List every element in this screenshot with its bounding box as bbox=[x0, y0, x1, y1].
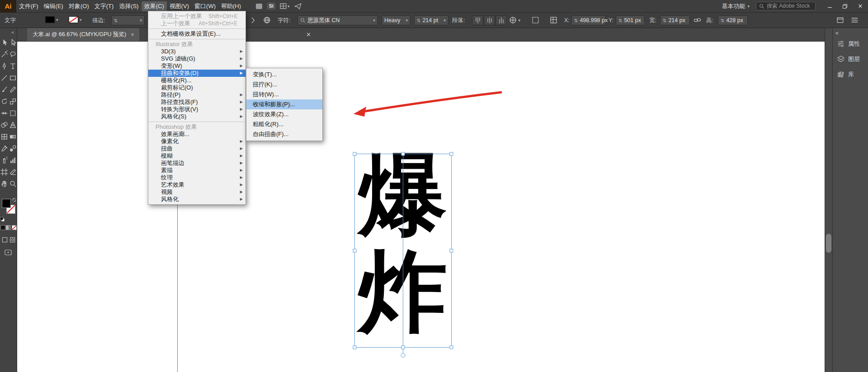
font-family-dropdown[interactable]: 思源黑体 CN ▾ bbox=[297, 15, 378, 25]
magic-wand-tool[interactable] bbox=[0, 48, 9, 60]
lasso-tool[interactable] bbox=[9, 48, 17, 60]
menu-item-distort-and-transform[interactable]: 扭曲和变换(D)▶ bbox=[148, 70, 245, 77]
close-button[interactable]: ✕ bbox=[853, 0, 868, 13]
menu-item-3d[interactable]: 3D(3)▶ bbox=[148, 48, 245, 55]
mesh-tool[interactable] bbox=[0, 131, 9, 142]
artboard-tool[interactable] bbox=[0, 166, 9, 178]
menu-item-stylize-ps[interactable]: 风格化▶ bbox=[148, 196, 245, 203]
stepper-icon[interactable]: ⇅ bbox=[618, 18, 622, 23]
stepper-icon[interactable]: ⇅ bbox=[114, 18, 118, 23]
submenu-item-transform[interactable]: 变换(T)... bbox=[246, 70, 322, 80]
rotate-tool[interactable] bbox=[0, 95, 9, 107]
menubar-item-object[interactable]: 对象(O) bbox=[66, 1, 92, 11]
menu-item-artistic[interactable]: 艺术效果▶ bbox=[148, 181, 245, 188]
menu-item-stylize[interactable]: 风格化(S)▶ bbox=[148, 113, 245, 120]
expand-panels-icon[interactable]: « bbox=[833, 28, 868, 36]
share-icon[interactable] bbox=[294, 2, 302, 10]
menubar-item-view[interactable]: 视图(V) bbox=[167, 1, 192, 11]
stock-search-input[interactable]: 搜索 Adobe Stock bbox=[756, 2, 816, 10]
vertical-scrollbar[interactable] bbox=[825, 28, 832, 372]
height-field[interactable]: ⇅ 428 px bbox=[718, 15, 748, 25]
menu-item-blur[interactable]: 模糊▶ bbox=[148, 152, 245, 160]
submenu-item-free-distort[interactable]: 自由扭曲(F)... bbox=[246, 129, 322, 139]
paintbrush-tool[interactable] bbox=[0, 84, 9, 95]
menubar-item-select[interactable]: 选择(S) bbox=[116, 1, 141, 11]
menu-item-svg-filters[interactable]: SVG 滤镜(G)▶ bbox=[148, 55, 245, 62]
submenu-item-roughen[interactable]: 粗糙化(R)... bbox=[246, 119, 322, 129]
menu-item-video[interactable]: 视频▶ bbox=[148, 188, 245, 196]
more-options-chevron-icon[interactable] bbox=[251, 17, 255, 24]
direct-selection-tool[interactable] bbox=[9, 37, 17, 48]
submenu-item-tweak[interactable]: 扭拧(K)... bbox=[246, 80, 322, 89]
align-center-button[interactable] bbox=[484, 15, 495, 25]
slice-tool[interactable] bbox=[9, 166, 17, 178]
x-position-field[interactable]: ⇅ 498.998 px bbox=[571, 15, 606, 25]
menu-item-distort[interactable]: 扭曲▶ bbox=[148, 145, 245, 152]
align-panel-icon[interactable] bbox=[550, 16, 557, 24]
width-field[interactable]: ⇅ 214 px bbox=[660, 15, 690, 25]
selection-tool[interactable] bbox=[0, 37, 9, 48]
link-dimensions-icon[interactable] bbox=[693, 16, 701, 24]
font-size-field[interactable]: ⇅ 214 pt ▾ bbox=[414, 15, 448, 25]
restore-button[interactable] bbox=[837, 0, 853, 13]
chevron-down-icon[interactable]: ▾ bbox=[373, 18, 375, 23]
draw-normal-icon[interactable] bbox=[2, 237, 8, 243]
submenu-item-twist[interactable]: 扭转(W)... bbox=[246, 89, 322, 99]
menu-item-crop-marks[interactable]: 裁剪标记(O) bbox=[148, 84, 245, 91]
type-path-end-handle[interactable] bbox=[401, 353, 405, 358]
menubar-item-window[interactable]: 窗口(W) bbox=[192, 1, 218, 11]
stepper-icon[interactable]: ⇅ bbox=[663, 18, 666, 23]
menubar-item-file[interactable]: 文件(F) bbox=[16, 1, 41, 11]
scale-tool[interactable] bbox=[9, 95, 17, 107]
menubar-item-help[interactable]: 帮助(H) bbox=[218, 1, 244, 11]
workspace-switcher[interactable]: 基本功能 ▾ bbox=[722, 2, 750, 10]
font-style-dropdown[interactable]: Heavy ▾ bbox=[382, 15, 410, 25]
panel-options-icon[interactable] bbox=[836, 16, 844, 24]
menubar-item-effect[interactable]: 效果(C) bbox=[142, 1, 167, 11]
scrollbar-thumb[interactable] bbox=[826, 234, 831, 253]
workspace-icon[interactable] bbox=[255, 2, 263, 10]
stepper-icon[interactable]: ⇅ bbox=[574, 18, 578, 23]
submenu-item-pucker-and-bloat[interactable]: 收缩和膨胀(P)... bbox=[246, 99, 322, 109]
menu-item-effect-gallery[interactable]: 效果画廊... bbox=[148, 131, 245, 138]
fill-indicator-swatch[interactable] bbox=[2, 199, 11, 208]
zoom-tool[interactable] bbox=[9, 178, 17, 189]
menubar-item-type[interactable]: 文字(T) bbox=[92, 1, 117, 11]
menu-icon[interactable] bbox=[851, 16, 859, 24]
width-tool[interactable] bbox=[0, 107, 9, 119]
collapse-toolbar-icon[interactable]: « bbox=[0, 28, 17, 35]
menu-item-sketch[interactable]: 素描▶ bbox=[148, 167, 245, 174]
menu-item-convert-to-shape[interactable]: 转换为形状(V)▶ bbox=[148, 106, 245, 113]
hand-tool[interactable] bbox=[0, 178, 9, 189]
canvas[interactable]: 爆 炸 bbox=[17, 42, 825, 372]
chevron-down-icon[interactable]: ▾ bbox=[140, 18, 142, 23]
hidden-tab-close-icon[interactable]: ✕ bbox=[306, 28, 311, 41]
perspective-grid-tool[interactable] bbox=[9, 119, 17, 131]
tab-close-icon[interactable]: × bbox=[131, 31, 134, 38]
chevron-down-icon[interactable]: ▾ bbox=[56, 18, 58, 22]
pen-tool[interactable] bbox=[0, 60, 9, 72]
menubar-item-edit[interactable]: 编辑(E) bbox=[41, 1, 66, 11]
type-tool[interactable] bbox=[9, 60, 17, 72]
menu-item-document-raster-effects-settings[interactable]: 文档栅格效果设置(E)... bbox=[148, 30, 245, 38]
fill-color-swatch[interactable] bbox=[45, 16, 55, 23]
web-globe-dropdown-icon[interactable]: ▾ bbox=[509, 16, 520, 24]
y-position-field[interactable]: ⇅ 501 px bbox=[616, 15, 645, 25]
gradient-tool[interactable] bbox=[9, 131, 17, 142]
align-top-button[interactable] bbox=[472, 15, 483, 25]
dock-item-libraries[interactable]: 库 bbox=[833, 67, 868, 82]
free-transform-tool[interactable] bbox=[9, 107, 17, 119]
chevron-down-icon[interactable]: ▾ bbox=[406, 18, 408, 23]
change-screen-mode-icon[interactable] bbox=[5, 250, 12, 255]
symbol-sprayer-tool[interactable] bbox=[0, 154, 9, 166]
gradient-button[interactable] bbox=[6, 225, 11, 230]
menu-item-warp[interactable]: 变形(W)▶ bbox=[148, 62, 245, 70]
align-bottom-button[interactable] bbox=[495, 15, 507, 25]
default-fill-stroke-icon[interactable] bbox=[0, 217, 5, 221]
pencil-tool[interactable] bbox=[9, 84, 17, 95]
stepper-icon[interactable]: ⇅ bbox=[721, 18, 724, 23]
dock-item-properties[interactable]: 属性 bbox=[833, 36, 868, 52]
dock-item-layers[interactable]: 图层 bbox=[833, 52, 868, 67]
chevron-down-icon[interactable]: ▾ bbox=[80, 18, 82, 22]
stroke-none-swatch[interactable] bbox=[69, 16, 78, 23]
